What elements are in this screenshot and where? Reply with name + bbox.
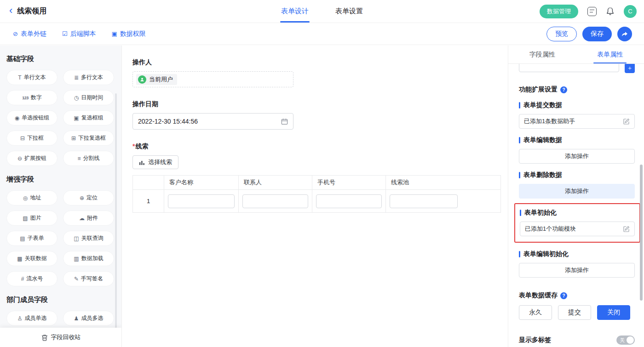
avatar[interactable]: C — [624, 5, 637, 18]
cache-option-forever[interactable]: 永久 — [519, 305, 552, 320]
subform-icon: ▤ — [20, 235, 25, 242]
multi-tab-toggle[interactable]: 关 — [616, 336, 635, 345]
submit-data-title: 表单提交数据 — [519, 101, 635, 109]
form-external-link[interactable]: ⊘ 表单外链 — [13, 30, 46, 38]
field-item[interactable]: ⊖扩展按钮 — [6, 151, 58, 166]
table-cell-input[interactable] — [390, 194, 458, 208]
cache-option-close[interactable]: 关闭 — [597, 305, 630, 320]
form-init-title: 表单初始化 — [520, 209, 635, 217]
field-item[interactable]: ▣复选框组 — [63, 110, 114, 125]
edit-data-box[interactable]: 添加操作 — [519, 149, 635, 164]
section-title-member: 部门成员字段 — [6, 296, 114, 304]
field-item[interactable]: ☁附件 — [63, 210, 114, 226]
trash-icon — [41, 334, 48, 341]
multi-line-text-icon: ≣ — [74, 74, 79, 81]
properties-panel: 字段属性 表单属性 ＋ 功能扩展设置 ? 表单提交数据 已添加1条数据助手 表单… — [508, 46, 644, 347]
data-manage-button[interactable]: 数据管理 — [540, 5, 578, 18]
field-item[interactable]: ◫关联查询 — [63, 231, 114, 246]
table-row: 1 — [133, 190, 501, 213]
field-item[interactable]: ⊟下拉框 — [6, 131, 58, 146]
related-query-icon: ◫ — [74, 235, 79, 242]
field-item[interactable]: ⊞下拉复选框 — [63, 131, 114, 146]
table-cell-input[interactable] — [242, 194, 308, 208]
field-item[interactable]: ◷日期时间 — [63, 90, 114, 105]
field-item[interactable]: ▧图片 — [6, 210, 58, 226]
field-item[interactable]: #流水号 — [6, 271, 58, 286]
form-init-box[interactable]: 已添加1个功能模块 — [520, 222, 635, 236]
section-title-enhanced: 增强字段 — [6, 175, 114, 184]
column-header: 联系人 — [239, 176, 312, 190]
select-clue-button[interactable]: 选择线索 — [132, 155, 178, 169]
tab-field-properties[interactable]: 字段属性 — [508, 46, 576, 63]
data-permission-link[interactable]: ▣ 数据权限 — [112, 30, 146, 38]
field-item[interactable]: ◎地址 — [6, 190, 58, 205]
tab-form-design[interactable]: 表单设计 — [281, 0, 309, 23]
changelog-icon[interactable] — [587, 7, 597, 16]
number-icon: 123 — [22, 96, 29, 100]
edit-data-title: 表单编辑数据 — [519, 136, 635, 144]
field-item[interactable]: ⊕定位 — [63, 190, 114, 205]
field-item[interactable]: ≡分割线 — [63, 151, 114, 166]
bell-icon[interactable] — [606, 7, 615, 16]
column-header: 手机号 — [312, 176, 386, 190]
single-line-text-icon: T — [18, 74, 21, 81]
field-item[interactable]: ▤子表单 — [6, 231, 58, 246]
clipped-input[interactable] — [519, 64, 619, 72]
cache-title: 表单数据缓存 ? — [519, 291, 635, 300]
sidebar-scrollbar-thumb[interactable] — [115, 93, 117, 347]
feature-settings-title: 功能扩展设置 ? — [519, 85, 635, 94]
cache-option-submit[interactable]: 提交 — [558, 305, 591, 320]
delete-data-box[interactable]: 添加操作 — [519, 184, 635, 199]
field-item[interactable]: T单行文本 — [6, 70, 58, 85]
edit-icon[interactable] — [623, 118, 630, 125]
field-item[interactable]: ♙成员单选 — [6, 311, 58, 326]
table-cell-input[interactable] — [168, 194, 235, 208]
form-toolbar: ⊘ 表单外链 ☑ 后端脚本 ▣ 数据权限 预览 保存 — [0, 23, 644, 45]
column-header: 客户名称 — [164, 176, 239, 190]
submit-data-box[interactable]: 已添加1条数据助手 — [519, 114, 635, 129]
section-bar — [519, 102, 520, 108]
field-item[interactable]: ◉单选按钮组 — [6, 110, 58, 125]
edit-init-box[interactable]: 添加操作 — [519, 263, 635, 278]
calendar-icon[interactable] — [281, 118, 288, 125]
field-item[interactable]: ▥数据加载 — [63, 251, 114, 266]
field-item[interactable]: ♟成员多选 — [63, 311, 114, 326]
section-title-basic: 基础字段 — [6, 55, 114, 63]
serial-number-icon: # — [21, 276, 24, 282]
preview-button[interactable]: 预览 — [546, 27, 577, 41]
tab-form-properties[interactable]: 表单属性 — [576, 46, 644, 63]
topbar: ‹ 线索领用 表单设计 表单设置 数据管理 C — [0, 0, 644, 23]
field-item[interactable]: ≣多行文本 — [63, 70, 114, 85]
field-item[interactable]: ▩关联数据 — [6, 251, 58, 266]
tab-form-settings[interactable]: 表单设置 — [335, 0, 363, 23]
index-header — [133, 176, 164, 190]
bar-chart-icon — [139, 159, 145, 165]
current-user-tag[interactable]: 当前用户 — [136, 74, 177, 85]
field-sidebar: 基础字段 T单行文本 ≣多行文本 123数字 ◷日期时间 ◉单选按钮组 ▣复选框… — [0, 46, 122, 347]
edit-icon[interactable] — [623, 226, 630, 232]
script-icon: ☑ — [62, 30, 68, 37]
help-icon[interactable]: ? — [560, 86, 567, 93]
user-avatar-icon — [138, 75, 146, 84]
field-recycle-bin[interactable]: 字段回收站 — [0, 328, 122, 347]
table-cell-input[interactable] — [316, 194, 382, 208]
share-button[interactable] — [617, 27, 632, 41]
add-button[interactable]: ＋ — [625, 64, 635, 73]
link-icon: ⊘ — [13, 30, 18, 37]
date-input[interactable]: 2022-12-30 15:44:56 — [132, 113, 293, 130]
page-title: 线索领用 — [17, 6, 46, 16]
field-item[interactable]: 123数字 — [6, 90, 58, 105]
page-scrollbar-thumb[interactable] — [640, 165, 643, 301]
back-icon[interactable]: ‹ — [9, 6, 12, 16]
clue-label: *线索 — [132, 142, 508, 151]
section-bar — [519, 137, 520, 143]
field-item[interactable]: ✎手写签名 — [63, 271, 114, 286]
help-icon[interactable]: ? — [560, 292, 567, 299]
save-button[interactable]: 保存 — [582, 27, 612, 41]
radio-group-icon: ◉ — [15, 115, 19, 121]
image-icon: ▧ — [23, 215, 28, 222]
operator-field[interactable]: 当前用户 — [132, 71, 293, 87]
top-tabs: 表单设计 表单设置 — [281, 0, 363, 23]
required-mark: * — [132, 142, 135, 150]
backend-script-link[interactable]: ☑ 后端脚本 — [62, 30, 96, 38]
